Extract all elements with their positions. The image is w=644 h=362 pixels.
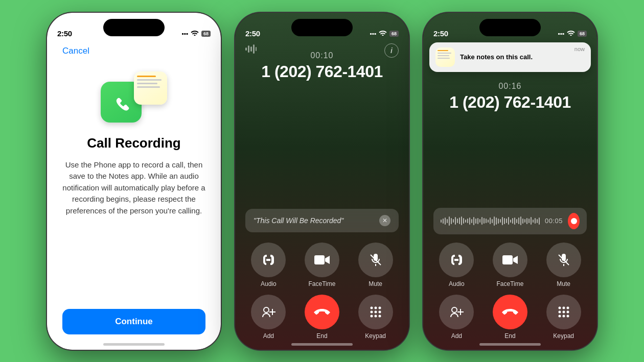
end-button-2[interactable]: End <box>299 295 346 340</box>
audio-button-3[interactable]: Audio <box>433 243 480 287</box>
svg-point-12 <box>374 306 377 309</box>
facetime-button-2[interactable]: FaceTime <box>299 243 346 287</box>
audio-button-2[interactable]: Audio <box>245 243 292 287</box>
call-content-2: 00:10 1 (202) 762-1401 "This Call Will B… <box>235 41 409 350</box>
svg-rect-5 <box>314 255 325 264</box>
svg-point-34 <box>566 315 569 317</box>
svg-point-26 <box>558 306 561 309</box>
notification-banner[interactable]: now Take notes on this call. <box>429 42 591 72</box>
add-label-3: Add <box>451 332 462 340</box>
svg-point-27 <box>562 306 565 309</box>
end-button-3[interactable]: End <box>487 295 534 340</box>
phone-1: 2:50 ▪▪▪ 68 Cancel <box>47 13 221 350</box>
phone1-content: Cancel Call Recording Use t <box>47 41 221 350</box>
svg-point-17 <box>370 315 373 317</box>
signal-icon-3: ▪▪▪ <box>558 30 564 37</box>
call-content-3: 00:16 1 (202) 762-1401 <box>423 71 597 350</box>
wifi-icon <box>191 30 199 38</box>
battery-icon-2: 68 <box>389 31 399 37</box>
recording-notice-text: "This Call Will Be Recorded" <box>254 216 343 225</box>
svg-point-23 <box>452 307 457 312</box>
call-number-3: 1 (202) 762-1401 <box>449 93 571 112</box>
mute-label-3: Mute <box>557 280 570 287</box>
add-button-2[interactable]: Add <box>245 295 292 340</box>
notification-time: now <box>574 46 585 52</box>
notes-notif-icon <box>435 47 455 67</box>
end-btn-circle-3 <box>493 295 527 329</box>
battery-icon-1: 68 <box>201 31 211 37</box>
svg-point-8 <box>264 307 269 312</box>
recording-title: Call Recording <box>87 135 180 151</box>
call-buttons-grid-3: Audio FaceTime <box>433 243 587 340</box>
waveform <box>441 216 540 226</box>
svg-point-29 <box>558 310 561 313</box>
cancel-button[interactable]: Cancel <box>62 46 89 56</box>
status-time-3: 2:50 <box>433 29 448 38</box>
audio-label-3: Audio <box>449 280 465 287</box>
call-timer-2: 00:10 <box>310 51 333 60</box>
notes-app-icon <box>134 71 167 105</box>
recording-wave-bar: 00:05 <box>433 208 587 234</box>
facetime-button-3[interactable]: FaceTime <box>487 243 534 287</box>
end-label-3: End <box>504 332 515 340</box>
svg-point-31 <box>566 310 569 313</box>
mute-btn-circle-2 <box>358 243 393 277</box>
dynamic-island-1 <box>103 19 165 36</box>
add-btn-circle-2 <box>251 295 286 329</box>
svg-point-14 <box>370 310 373 313</box>
phone2-screen: 2:50 ▪▪▪ 68 i 0 <box>235 13 409 350</box>
recording-description: Use the Phone app to record a call, then… <box>62 159 205 217</box>
wifi-icon-2 <box>379 30 387 38</box>
svg-point-33 <box>562 315 565 317</box>
facetime-btn-circle-2 <box>305 243 339 277</box>
facetime-label-2: FaceTime <box>309 280 336 287</box>
continue-button[interactable]: Continue <box>62 309 205 334</box>
svg-point-18 <box>374 315 377 317</box>
signal-icon-2: ▪▪▪ <box>370 30 376 37</box>
audio-btn-circle-2 <box>251 243 286 277</box>
facetime-label-3: FaceTime <box>497 280 524 287</box>
wifi-icon-3 <box>567 30 575 38</box>
record-dot <box>571 218 577 224</box>
call-buttons-grid-2: Audio FaceTime <box>245 243 399 340</box>
app-icons-group <box>101 71 167 123</box>
notification-title: Take notes on this call. <box>460 53 585 61</box>
svg-point-16 <box>378 310 381 313</box>
audio-btn-circle-3 <box>439 243 474 277</box>
keypad-label-3: Keypad <box>553 332 574 340</box>
battery-icon-3: 68 <box>578 31 587 37</box>
keypad-button-3[interactable]: Keypad <box>540 295 587 340</box>
status-icons-1: ▪▪▪ 68 <box>181 30 211 38</box>
svg-point-19 <box>378 315 381 317</box>
recording-notice-bar: "This Call Will Be Recorded" ✕ <box>245 209 399 232</box>
record-stop-button[interactable] <box>568 213 580 229</box>
svg-point-32 <box>558 315 561 317</box>
keypad-button-2[interactable]: Keypad <box>352 295 399 340</box>
dismiss-recording-notice[interactable]: ✕ <box>379 215 390 226</box>
add-btn-circle-3 <box>439 295 474 329</box>
svg-point-13 <box>378 306 381 309</box>
svg-point-30 <box>562 310 565 313</box>
mute-button-2[interactable]: Mute <box>352 243 399 287</box>
status-icons-2: ▪▪▪ 68 <box>370 30 399 38</box>
svg-point-15 <box>374 310 377 313</box>
add-label-2: Add <box>263 332 274 340</box>
phone3-screen: 2:50 ▪▪▪ 68 now Take notes o <box>423 13 597 350</box>
call-timer-3: 00:16 <box>498 82 521 91</box>
keypad-btn-circle-2 <box>358 295 393 329</box>
home-indicator-3 <box>479 343 541 346</box>
keypad-btn-circle-3 <box>546 295 581 329</box>
status-icons-3: ▪▪▪ 68 <box>558 30 587 38</box>
phone-2: 2:50 ▪▪▪ 68 i 0 <box>235 13 409 350</box>
svg-point-11 <box>370 306 373 309</box>
end-btn-circle-2 <box>305 295 339 329</box>
add-button-3[interactable]: Add <box>433 295 480 340</box>
status-time-1: 2:50 <box>57 29 72 38</box>
dynamic-island-2 <box>291 19 353 36</box>
status-time-2: 2:50 <box>245 29 260 38</box>
home-indicator-2 <box>291 343 353 346</box>
phone-3: 2:50 ▪▪▪ 68 now Take notes o <box>423 13 597 350</box>
mute-button-3[interactable]: Mute <box>540 243 587 287</box>
facetime-btn-circle-3 <box>493 243 527 277</box>
audio-label-2: Audio <box>261 280 277 287</box>
